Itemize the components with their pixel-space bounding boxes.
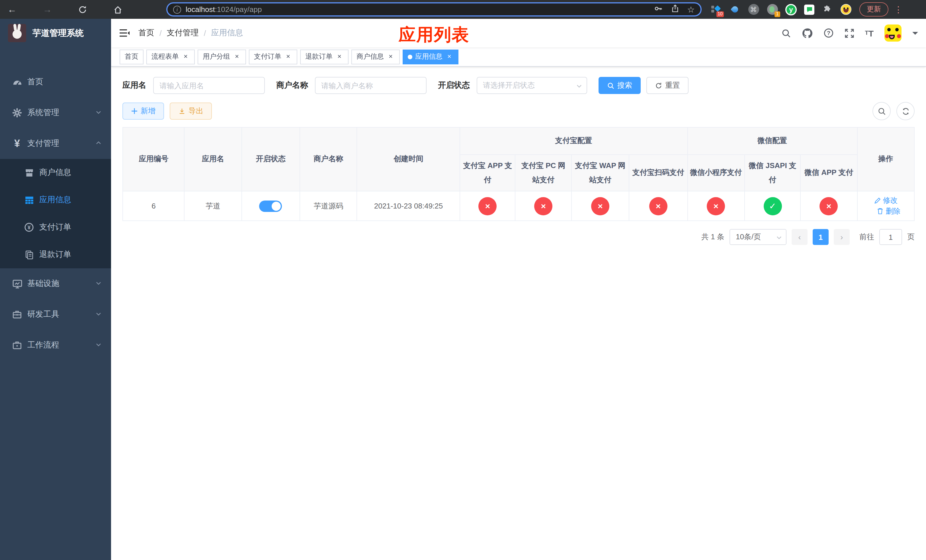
close-icon[interactable]: × xyxy=(387,53,395,61)
user-menu-caret-icon[interactable] xyxy=(912,32,918,37)
extension-blue-diamond-icon[interactable]: 10 xyxy=(710,4,722,15)
merchant-name-input[interactable] xyxy=(315,77,427,94)
sidebar-item-merchant-info[interactable]: 商户信息 xyxy=(0,159,111,186)
share-icon[interactable] xyxy=(670,4,679,15)
col-group-alipay: 支付宝配置 xyxy=(460,127,687,155)
sidebar-item-label: 首页 xyxy=(27,77,43,87)
refresh-button[interactable] xyxy=(896,102,915,120)
bookmark-star-icon[interactable]: ☆ xyxy=(687,4,695,15)
close-icon[interactable]: × xyxy=(336,53,343,61)
sidebar-item-infrastructure[interactable]: 基础设施 xyxy=(0,268,111,299)
breadcrumb-pay[interactable]: 支付管理 xyxy=(167,28,199,38)
sidebar-item-dev-tools[interactable]: 研发工具 xyxy=(0,299,111,330)
tab-pay-order[interactable]: 支付订单× xyxy=(249,49,297,64)
edit-button[interactable]: 修改 xyxy=(874,195,898,206)
chevron-down-icon xyxy=(576,83,583,91)
close-icon[interactable]: × xyxy=(182,53,190,61)
address-bar[interactable]: i localhost:1024/pay/app ☆ xyxy=(166,2,702,17)
tags-bar: 首页 流程表单× 用户分组× 支付订单× 退款订单× 商户信息× 应用信息× xyxy=(111,47,926,67)
page-size-select[interactable]: 10条/页 xyxy=(729,229,787,245)
table-toolbar: 新增 导出 xyxy=(123,102,915,120)
tab-merchant-info[interactable]: 商户信息× xyxy=(351,49,400,64)
cell-app-id: 6 xyxy=(123,191,185,221)
status-select[interactable]: 请选择开启状态 xyxy=(477,77,587,94)
col-alipay-pc: 支付宝 PC 网站支付 xyxy=(515,155,572,191)
sidebar-logo[interactable]: 芋道管理系统 xyxy=(0,19,111,47)
fullscreen-icon[interactable] xyxy=(844,28,854,38)
page-1-button[interactable]: 1 xyxy=(813,229,829,245)
chevron-down-icon xyxy=(776,234,782,243)
profile-avatar-icon[interactable] xyxy=(841,4,851,15)
add-button[interactable]: 新增 xyxy=(123,103,164,120)
pagination: 共 1 条 10条/页 ‹ 1 › 前往 页 xyxy=(123,229,915,245)
user-avatar[interactable] xyxy=(884,24,902,42)
goto-page-input[interactable] xyxy=(879,229,902,245)
app-title: 芋道管理系统 xyxy=(32,28,84,38)
extensions-row: 10 ⌘ 1 y xyxy=(710,4,851,15)
tab-user-group[interactable]: 用户分组× xyxy=(198,49,246,64)
sidebar-toggle-icon[interactable] xyxy=(111,29,138,38)
breadcrumb-home[interactable]: 首页 xyxy=(138,28,154,38)
sidebar: 芋道管理系统 首页 系统管理 xyxy=(0,19,111,560)
chevron-up-icon xyxy=(95,139,102,148)
sidebar-item-pay-order[interactable]: ¥ 支付订单 xyxy=(0,213,111,241)
extension-chat-icon[interactable] xyxy=(804,4,814,15)
tab-process-form[interactable]: 流程表单× xyxy=(146,49,195,64)
status-toggle[interactable] xyxy=(259,200,282,212)
browser-home-icon[interactable] xyxy=(112,3,124,16)
search-button[interactable]: 搜索 xyxy=(599,77,641,94)
cell-alipay-qr: × xyxy=(629,191,687,221)
sidebar-item-label: 应用信息 xyxy=(39,195,71,205)
col-app-id: 应用编号 xyxy=(123,127,185,191)
sidebar-item-pay[interactable]: ¥ 支付管理 xyxy=(0,128,111,159)
page-suffix-label: 页 xyxy=(907,232,915,242)
url-text: localhost:1024/pay/app xyxy=(186,5,262,14)
extension-y-icon[interactable]: y xyxy=(785,4,797,15)
cell-alipay-pc: × xyxy=(515,191,572,221)
extension-command-icon[interactable]: ⌘ xyxy=(748,4,759,15)
tab-app-info[interactable]: 应用信息× xyxy=(402,49,458,64)
browser-menu-icon[interactable]: ⋮ xyxy=(894,4,903,15)
prev-page-button[interactable]: ‹ xyxy=(791,229,808,245)
cell-merchant: 芋道源码 xyxy=(300,191,357,221)
status-cross-icon: × xyxy=(649,197,667,215)
col-wx-lite: 微信小程序支付 xyxy=(687,155,744,191)
export-button[interactable]: 导出 xyxy=(170,103,212,120)
chevron-down-icon xyxy=(95,310,102,319)
browser-back-icon[interactable]: ← xyxy=(6,3,18,16)
sidebar-item-workflow[interactable]: 工作流程 xyxy=(0,330,111,360)
tab-home[interactable]: 首页 xyxy=(120,49,144,64)
sidebar-item-refund-order[interactable]: 退款订单 xyxy=(0,241,111,268)
app-name-input[interactable] xyxy=(153,77,265,94)
grid-table-icon xyxy=(24,195,34,205)
help-icon[interactable]: ? xyxy=(823,28,834,38)
close-icon[interactable]: × xyxy=(284,53,292,61)
sidebar-item-home[interactable]: 首页 xyxy=(0,67,111,97)
password-key-icon[interactable] xyxy=(654,4,663,15)
close-icon[interactable]: × xyxy=(445,53,453,61)
extensions-puzzle-icon[interactable] xyxy=(822,4,833,15)
github-icon[interactable] xyxy=(802,28,813,38)
site-info-icon[interactable]: i xyxy=(173,5,181,14)
search-icon[interactable] xyxy=(781,28,791,38)
sidebar-item-label: 商户信息 xyxy=(39,168,71,178)
top-navbar: 首页 / 支付管理 / 应用信息 ? xyxy=(111,19,926,47)
toggle-search-button[interactable] xyxy=(873,102,891,120)
font-size-icon[interactable]: TT xyxy=(865,29,874,37)
extension-avatar-icon[interactable]: 1 xyxy=(767,4,778,15)
browser-forward-icon[interactable]: → xyxy=(41,3,53,16)
close-icon[interactable]: × xyxy=(233,53,241,61)
tab-refund-order[interactable]: 退款订单× xyxy=(300,49,348,64)
browser-reload-icon[interactable] xyxy=(76,3,89,16)
reset-button[interactable]: 重置 xyxy=(646,77,688,94)
delete-button[interactable]: 删除 xyxy=(877,206,901,216)
url-host: localhost xyxy=(186,5,215,14)
next-page-button[interactable]: › xyxy=(834,229,850,245)
chrome-update-button[interactable]: 更新 xyxy=(859,2,888,17)
cell-wx-lite: × xyxy=(687,191,744,221)
sidebar-item-system[interactable]: 系统管理 xyxy=(0,97,111,128)
svg-text:?: ? xyxy=(827,30,830,36)
sidebar-item-app-info[interactable]: 应用信息 xyxy=(0,186,111,213)
app-name-label: 应用名 xyxy=(123,80,146,91)
extension-kite-icon[interactable] xyxy=(729,4,740,15)
